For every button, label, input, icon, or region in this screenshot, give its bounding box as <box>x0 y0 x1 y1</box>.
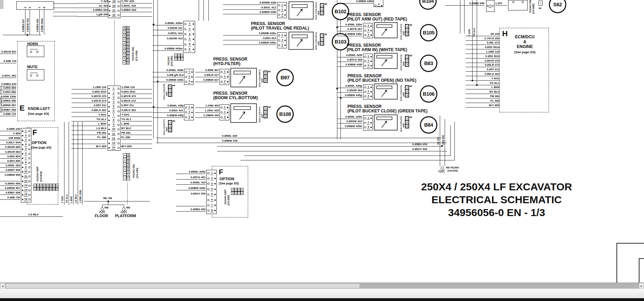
amp-label: AMP <box>402 56 405 66</box>
amp-label: AMP <box>166 86 168 96</box>
d82-connector: 123456 <box>183 21 195 53</box>
junction-dot <box>26 34 28 36</box>
bus-wire <box>156 138 442 138</box>
wire-row: BY BL0 <box>121 126 152 130</box>
pin-number: 3 <box>367 126 370 129</box>
scrollbar-thumb[interactable] <box>5 283 360 288</box>
pin-dot <box>108 129 110 130</box>
wire-label: 0.85GY 539 <box>412 148 427 151</box>
top-right-connector: 1 <box>486 0 495 12</box>
pin-dot <box>381 5 382 7</box>
pin-number: 4 <box>112 101 115 104</box>
pin-number: 1 <box>24 129 27 133</box>
pin-number: 4 <box>24 143 27 146</box>
bus-wire <box>204 0 204 21</box>
pin-circle <box>207 183 209 185</box>
pin-number: 3 <box>24 138 27 142</box>
connector-symbol: ⋈ <box>172 120 175 122</box>
pin-dot <box>191 112 193 113</box>
pin-dot <box>22 194 23 196</box>
scrollbar-right-arrow[interactable]: ▸ <box>639 283 644 289</box>
connector-pin-row: 3 <box>221 79 228 84</box>
wire-label: 0.85BW 445g <box>345 94 362 97</box>
pin-circle <box>117 97 120 99</box>
wire-label: 0.85BY 958 <box>6 191 20 195</box>
switch-contact <box>30 74 32 77</box>
grid-cell: 2 <box>234 188 237 191</box>
wire-row: 0.85LG 302 <box>71 108 106 112</box>
sensor-title: (BOOM CYL.BOTTOM) <box>213 96 258 101</box>
wire-row: 0.85WL 435f <box>337 53 362 57</box>
grid-cell: 3 <box>320 11 324 15</box>
connector-pin-row: 2 <box>364 59 372 63</box>
connector-name: ECO-J (CN.D77) <box>259 105 261 122</box>
pin-number: 10 <box>24 170 28 174</box>
connector-cn: (CN.A53) <box>136 157 138 178</box>
wire-labeled: 0.85LW 841 <box>0 50 16 54</box>
wire-label: LgW 546 <box>97 13 108 16</box>
amp-label: AMP <box>261 72 263 83</box>
wire-label: 0.85GR 850 <box>5 146 20 149</box>
pin-number: 2 <box>367 60 370 63</box>
wire-row: 0.85RW 957 <box>0 186 20 190</box>
pin-number: 2 <box>223 111 226 114</box>
bus-wire <box>208 0 209 21</box>
pin-number: 5 <box>210 193 213 196</box>
pin-number: 1 <box>281 3 284 7</box>
wire-row: 1.25W 126 <box>466 49 499 54</box>
connector-pin-row: 4 <box>22 142 30 147</box>
wire-row: 0.85LG 302 <box>121 108 152 112</box>
title-block: 250X4 / 250X4 LF EXCAVATOR ELECTRICAL SC… <box>401 180 592 219</box>
pin-circle <box>28 180 30 182</box>
sensor-title: (PILOT TRAVEL ONE PEDAL) <box>251 26 309 31</box>
grid-cell: 1 <box>405 24 409 28</box>
pin-dot <box>109 15 110 16</box>
wire-row: 0.85G 501f <box>466 54 499 58</box>
wire <box>84 201 150 201</box>
pin-number: 15 <box>24 193 28 197</box>
connector-pin-row: 1 <box>364 85 372 89</box>
grid-cell: 4 <box>240 188 244 191</box>
wire-row: 0.85BW 445j <box>153 113 183 118</box>
pin-number: 3 <box>210 182 213 186</box>
b103-wires: 0.85WB 435u0.85O 4130.85BW 445u <box>223 31 276 45</box>
pin-dot <box>370 61 372 62</box>
pin-circle <box>184 28 186 30</box>
wire <box>53 3 77 4</box>
b97-left-eco: ECO-J (CN.D76) AMP 123 ⋈ <box>163 84 175 100</box>
scrollbar-left-arrow[interactable]: ◂ <box>0 283 5 289</box>
pin-dot <box>108 93 110 94</box>
horizontal-scrollbar[interactable]: ◂ ▸ <box>0 283 644 288</box>
ground-name: PLATFORM <box>115 214 136 218</box>
wire-label: 0.85OL 412 <box>261 6 276 9</box>
grid-cell: 4 <box>123 49 126 53</box>
grid-cell: 1 <box>264 106 267 110</box>
wire-label: PL 080 <box>490 100 499 103</box>
pin-circle <box>278 44 280 46</box>
grid-cell: 8 <box>127 174 130 177</box>
pin-circle <box>364 117 366 119</box>
pin-circle <box>28 175 30 177</box>
pin-number: 3 <box>112 96 115 100</box>
connector-pin-row: 1 <box>22 129 30 133</box>
grid-cell: 14 <box>49 187 52 191</box>
grid-cell: 10 <box>37 187 40 191</box>
b97-eco-connector: ECO-J (CN.D84-1) AMP 123 ⋈ <box>259 70 270 87</box>
wire-row: 0.85YR 370 <box>466 58 499 63</box>
pin-number: 3 <box>188 33 191 36</box>
pin-dot <box>22 130 23 132</box>
pin-number: 20 <box>112 5 116 8</box>
pin-circle <box>278 9 280 11</box>
wire-label: 0.85BW 445h <box>345 125 362 128</box>
wire-row: 0.85BG 660 <box>77 8 108 12</box>
pin-number: 3 <box>223 116 226 119</box>
wire-label: 1.25Y <box>495 2 503 5</box>
pin-dot <box>193 29 194 30</box>
wire-label: Y AH2 <box>61 187 63 203</box>
grid-cell: 1 <box>168 120 172 124</box>
pin-number: 5 <box>188 43 191 46</box>
h-line: & <box>504 40 546 45</box>
wire-row: 0.85BW 445m <box>153 46 183 51</box>
pin-dot <box>108 138 110 140</box>
pin-dot <box>22 135 23 136</box>
